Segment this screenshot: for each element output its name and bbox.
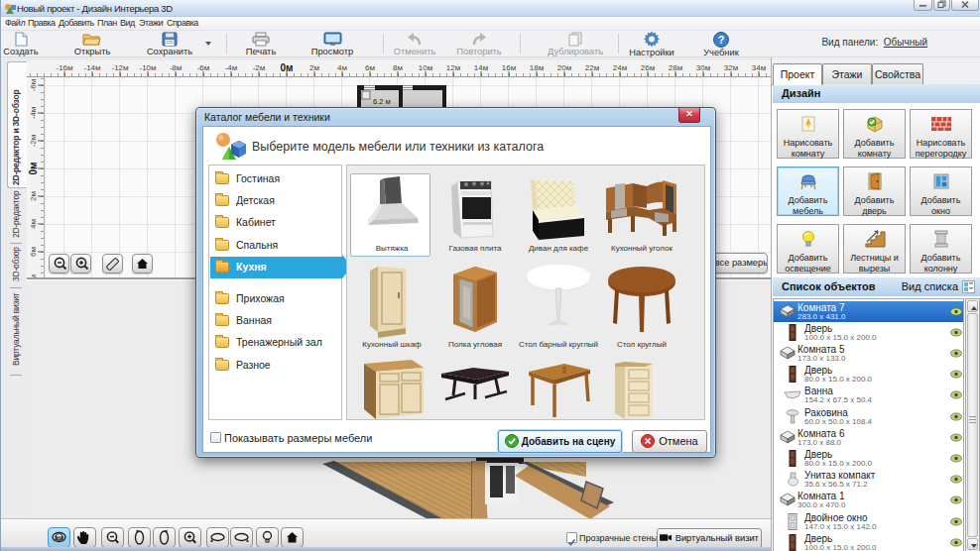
svg-text:10м: 10м bbox=[419, 63, 432, 72]
svg-text:8м: 8м bbox=[393, 63, 403, 72]
svg-text:14м: 14м bbox=[474, 63, 488, 72]
svg-text:16м: 16м bbox=[502, 63, 516, 72]
svg-text:6.2 м: 6.2 м bbox=[373, 97, 391, 106]
svg-text:6м: 6м bbox=[29, 247, 38, 257]
svg-text:6м: 6м bbox=[365, 63, 375, 72]
svg-text:2м: 2м bbox=[29, 191, 38, 201]
svg-text:30м: 30м bbox=[696, 63, 710, 72]
svg-text:360: 360 bbox=[55, 535, 63, 541]
svg-text:-6м: -6м bbox=[197, 63, 210, 72]
svg-text:4м: 4м bbox=[29, 219, 38, 229]
svg-text:-12м: -12м bbox=[111, 63, 128, 72]
svg-text:4м: 4м bbox=[337, 63, 347, 72]
svg-text:-6м: -6м bbox=[29, 79, 38, 92]
svg-text:-14м: -14м bbox=[83, 63, 100, 72]
svg-text:-2м: -2м bbox=[253, 63, 266, 72]
svg-text:-2м: -2м bbox=[29, 135, 38, 148]
svg-text:-16м: -16м bbox=[56, 63, 72, 72]
svg-text:34м: 34м bbox=[752, 63, 766, 72]
svg-text:-4м: -4м bbox=[29, 107, 38, 120]
svg-text:24м: 24м bbox=[613, 63, 627, 72]
svg-text:22м: 22м bbox=[585, 63, 599, 72]
svg-text:-4м: -4м bbox=[225, 63, 238, 72]
svg-text:12м: 12м bbox=[446, 63, 460, 72]
svg-text:0м: 0м bbox=[281, 62, 294, 73]
svg-text:18м: 18м bbox=[530, 63, 544, 72]
svg-text:?: ? bbox=[718, 34, 725, 46]
svg-text:32м: 32м bbox=[724, 63, 738, 72]
svg-text:0м: 0м bbox=[28, 163, 39, 175]
svg-text:20м: 20м bbox=[557, 63, 571, 72]
svg-text:-8м: -8м bbox=[170, 63, 183, 72]
svg-text:26м: 26м bbox=[641, 63, 655, 72]
svg-text:2м: 2м bbox=[309, 63, 319, 72]
svg-text:28м: 28м bbox=[669, 63, 682, 72]
svg-text:-10м: -10м bbox=[139, 63, 156, 72]
